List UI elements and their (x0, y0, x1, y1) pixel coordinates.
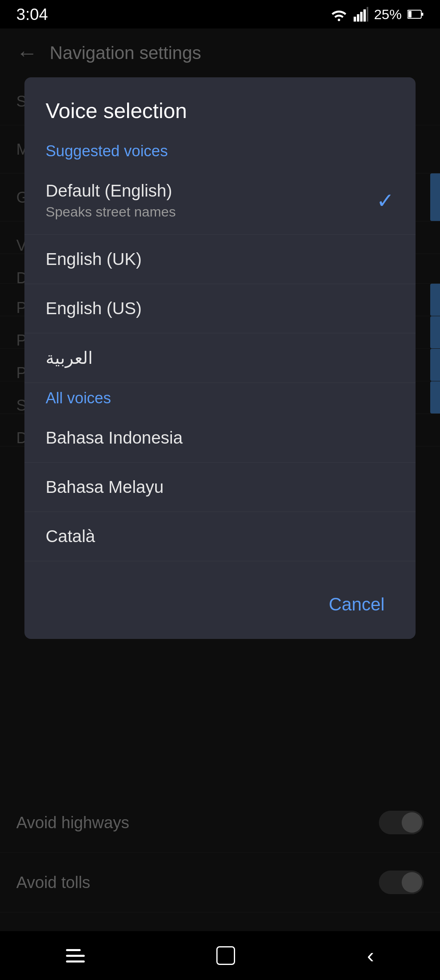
suggested-voices-header: Suggested voices (24, 136, 416, 166)
svg-rect-5 (367, 7, 368, 22)
back-icon: ‹ (367, 943, 374, 968)
dialog-content: Suggested voices Default (English) Speak… (24, 136, 416, 575)
voice-item-catala[interactable]: Català (24, 512, 416, 561)
voice-selection-dialog: Voice selection Suggested voices Default… (24, 77, 416, 639)
voice-name-indonesia: Bahasa Indonesia (46, 428, 183, 448)
check-icon-default: ✓ (376, 188, 394, 213)
dialog-title: Voice selection (24, 77, 416, 136)
svg-rect-4 (363, 9, 366, 22)
voice-item-bahasa-melayu[interactable]: Bahasa Melayu (24, 463, 416, 512)
voice-item-english-uk[interactable]: English (UK) (24, 235, 416, 284)
home-button[interactable] (216, 946, 235, 965)
voice-item-english-us[interactable]: English (US) (24, 284, 416, 333)
voice-name-default: Default (English) (46, 181, 176, 201)
status-bar: 3:04 25% (0, 0, 440, 28)
voice-item-content-catala: Català (46, 527, 95, 546)
voice-item-content-default: Default (English) Speaks street names (46, 181, 176, 220)
voice-item-bahasa-indonesia[interactable]: Bahasa Indonesia (24, 413, 416, 463)
signal-icon (354, 7, 368, 22)
svg-point-0 (338, 19, 340, 21)
home-icon (216, 946, 235, 965)
svg-rect-7 (408, 11, 411, 18)
battery-icon (407, 9, 424, 19)
voice-item-content-indonesia: Bahasa Indonesia (46, 428, 183, 448)
nav-bar: ‹ (0, 931, 440, 980)
voice-item-arabic[interactable]: العربية (24, 333, 416, 383)
wifi-icon (330, 7, 348, 21)
cancel-button[interactable]: Cancel (319, 588, 394, 621)
status-icons: 25% (330, 7, 424, 22)
battery-text: 25% (374, 7, 402, 22)
voice-name-us: English (US) (46, 299, 142, 318)
svg-rect-1 (354, 17, 356, 22)
voice-item-content-us: English (US) (46, 299, 142, 318)
dialog-footer: Cancel (24, 575, 416, 639)
voice-subtitle-default: Speaks street names (46, 204, 176, 220)
recents-button[interactable] (66, 949, 85, 962)
back-button[interactable]: ‹ (367, 943, 374, 968)
svg-rect-3 (360, 12, 363, 22)
nav-settings-page: 3:04 25% (0, 0, 440, 980)
voice-item-cestina[interactable]: Čeština (24, 561, 416, 575)
voice-item-content-uk: English (UK) (46, 249, 142, 269)
svg-rect-8 (422, 13, 423, 16)
voice-item-content-melayu: Bahasa Melayu (46, 477, 164, 497)
all-voices-header: All voices (24, 383, 416, 413)
voice-item-default-english[interactable]: Default (English) Speaks street names ✓ (24, 166, 416, 235)
voice-name-uk: English (UK) (46, 249, 142, 269)
status-time: 3:04 (16, 5, 48, 24)
voice-name-catala: Català (46, 527, 95, 546)
voice-name-melayu: Bahasa Melayu (46, 477, 164, 497)
voice-item-content-arabic: العربية (46, 348, 93, 368)
recents-icon (66, 949, 85, 962)
voice-name-arabic: العربية (46, 348, 93, 368)
svg-rect-2 (357, 14, 359, 22)
